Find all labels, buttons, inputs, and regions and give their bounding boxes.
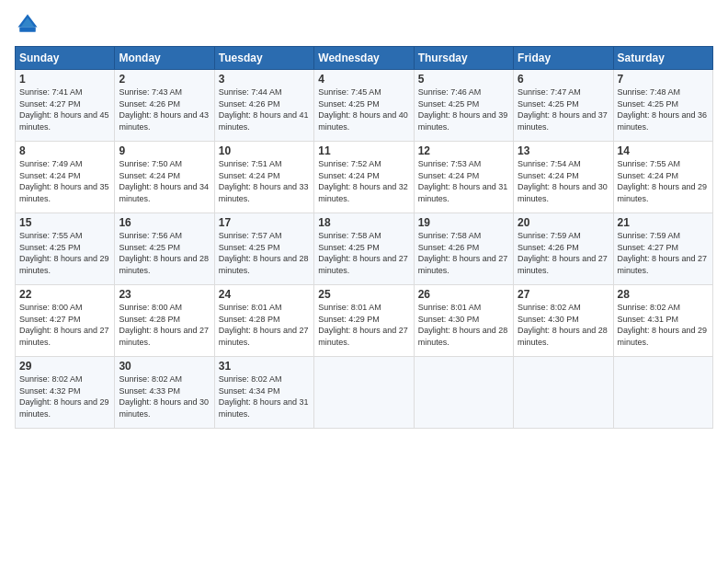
- sunrise-text: Sunrise: 7:49 AM: [19, 158, 110, 170]
- sunrise-text: Sunrise: 8:01 AM: [418, 302, 509, 314]
- calendar-cell: 21 Sunrise: 7:59 AM Sunset: 4:27 PM Dayl…: [613, 213, 712, 285]
- day-number: 6: [518, 73, 609, 86]
- calendar-cell: 13 Sunrise: 7:54 AM Sunset: 4:24 PM Dayl…: [514, 142, 613, 213]
- sunrise-text: Sunrise: 7:58 AM: [418, 230, 509, 242]
- sunset-text: Sunset: 4:31 PM: [618, 314, 709, 326]
- header-saturday: Saturday: [613, 47, 712, 70]
- daylight-text: Daylight: 8 hours and 40 minutes.: [318, 109, 409, 132]
- cell-info: Sunrise: 7:43 AM Sunset: 4:26 PM Dayligh…: [119, 86, 210, 132]
- cell-info: Sunrise: 8:02 AM Sunset: 4:32 PM Dayligh…: [19, 373, 110, 419]
- daylight-text: Daylight: 8 hours and 29 minutes.: [19, 253, 110, 276]
- sunset-text: Sunset: 4:25 PM: [418, 98, 509, 110]
- day-number: 29: [19, 360, 110, 373]
- day-number: 5: [418, 73, 509, 86]
- day-number: 18: [318, 216, 409, 229]
- cell-info: Sunrise: 7:54 AM Sunset: 4:24 PM Dayligh…: [518, 158, 609, 204]
- sunrise-text: Sunrise: 8:01 AM: [318, 302, 409, 314]
- cell-info: Sunrise: 8:00 AM Sunset: 4:28 PM Dayligh…: [119, 302, 210, 348]
- cell-info: Sunrise: 7:51 AM Sunset: 4:24 PM Dayligh…: [219, 158, 310, 204]
- cell-info: Sunrise: 8:02 AM Sunset: 4:33 PM Dayligh…: [119, 373, 210, 419]
- cell-info: Sunrise: 7:50 AM Sunset: 4:24 PM Dayligh…: [119, 158, 210, 204]
- sunrise-text: Sunrise: 7:44 AM: [219, 86, 310, 98]
- sunset-text: Sunset: 4:25 PM: [618, 98, 709, 110]
- sunset-text: Sunset: 4:34 PM: [219, 385, 310, 397]
- cell-info: Sunrise: 7:48 AM Sunset: 4:25 PM Dayligh…: [618, 86, 709, 132]
- calendar-cell: [314, 357, 414, 429]
- day-number: 2: [119, 73, 210, 86]
- cell-info: Sunrise: 7:59 AM Sunset: 4:27 PM Dayligh…: [618, 230, 709, 276]
- sunset-text: Sunset: 4:28 PM: [119, 314, 210, 326]
- sunrise-text: Sunrise: 7:52 AM: [318, 158, 409, 170]
- sunset-text: Sunset: 4:29 PM: [318, 314, 409, 326]
- calendar-cell: 5 Sunrise: 7:46 AM Sunset: 4:25 PM Dayli…: [414, 70, 513, 142]
- calendar-cell: [414, 357, 513, 429]
- daylight-text: Daylight: 8 hours and 29 minutes.: [618, 181, 709, 204]
- sunset-text: Sunset: 4:32 PM: [19, 385, 110, 397]
- calendar-cell: 24 Sunrise: 8:01 AM Sunset: 4:28 PM Dayl…: [214, 285, 313, 357]
- logo: [15, 11, 44, 37]
- sunrise-text: Sunrise: 7:54 AM: [518, 158, 609, 170]
- sunset-text: Sunset: 4:24 PM: [119, 170, 210, 182]
- cell-info: Sunrise: 7:44 AM Sunset: 4:26 PM Dayligh…: [219, 86, 310, 132]
- cell-info: Sunrise: 7:46 AM Sunset: 4:25 PM Dayligh…: [418, 86, 509, 132]
- week-row-4: 22 Sunrise: 8:00 AM Sunset: 4:27 PM Dayl…: [16, 285, 713, 357]
- sunset-text: Sunset: 4:24 PM: [318, 170, 409, 182]
- cell-info: Sunrise: 8:02 AM Sunset: 4:30 PM Dayligh…: [518, 302, 609, 348]
- cell-info: Sunrise: 8:01 AM Sunset: 4:30 PM Dayligh…: [418, 302, 509, 348]
- day-number: 3: [219, 73, 310, 86]
- daylight-text: Daylight: 8 hours and 27 minutes.: [418, 253, 509, 276]
- daylight-text: Daylight: 8 hours and 43 minutes.: [119, 109, 210, 132]
- cell-info: Sunrise: 7:47 AM Sunset: 4:25 PM Dayligh…: [518, 86, 609, 132]
- daylight-text: Daylight: 8 hours and 37 minutes.: [518, 109, 609, 132]
- daylight-text: Daylight: 8 hours and 32 minutes.: [318, 181, 409, 204]
- cell-info: Sunrise: 8:00 AM Sunset: 4:27 PM Dayligh…: [19, 302, 110, 348]
- sunset-text: Sunset: 4:25 PM: [318, 98, 409, 110]
- cell-info: Sunrise: 7:49 AM Sunset: 4:24 PM Dayligh…: [19, 158, 110, 204]
- calendar-cell: [613, 357, 712, 429]
- sunset-text: Sunset: 4:27 PM: [19, 98, 110, 110]
- daylight-text: Daylight: 8 hours and 27 minutes.: [318, 325, 409, 348]
- sunrise-text: Sunrise: 7:48 AM: [618, 86, 709, 98]
- calendar-cell: 23 Sunrise: 8:00 AM Sunset: 4:28 PM Dayl…: [115, 285, 214, 357]
- day-number: 4: [318, 73, 409, 86]
- header-monday: Monday: [115, 47, 214, 70]
- sunset-text: Sunset: 4:27 PM: [618, 242, 709, 254]
- calendar-cell: 19 Sunrise: 7:58 AM Sunset: 4:26 PM Dayl…: [414, 213, 513, 285]
- sunrise-text: Sunrise: 7:59 AM: [518, 230, 609, 242]
- day-number: 12: [418, 144, 509, 157]
- daylight-text: Daylight: 8 hours and 33 minutes.: [219, 181, 310, 204]
- sunset-text: Sunset: 4:26 PM: [219, 98, 310, 110]
- daylight-text: Daylight: 8 hours and 28 minutes.: [518, 325, 609, 348]
- cell-info: Sunrise: 7:59 AM Sunset: 4:26 PM Dayligh…: [518, 230, 609, 276]
- daylight-text: Daylight: 8 hours and 45 minutes.: [19, 109, 110, 132]
- cell-info: Sunrise: 8:01 AM Sunset: 4:28 PM Dayligh…: [219, 302, 310, 348]
- sunset-text: Sunset: 4:25 PM: [219, 242, 310, 254]
- calendar-cell: 11 Sunrise: 7:52 AM Sunset: 4:24 PM Dayl…: [314, 142, 414, 213]
- week-row-2: 8 Sunrise: 7:49 AM Sunset: 4:24 PM Dayli…: [16, 142, 713, 213]
- calendar-cell: 18 Sunrise: 7:58 AM Sunset: 4:25 PM Dayl…: [314, 213, 414, 285]
- sunrise-text: Sunrise: 7:41 AM: [19, 86, 110, 98]
- sunset-text: Sunset: 4:25 PM: [119, 242, 210, 254]
- calendar-table: SundayMondayTuesdayWednesdayThursdayFrid…: [15, 46, 713, 429]
- sunset-text: Sunset: 4:25 PM: [518, 98, 609, 110]
- sunrise-text: Sunrise: 7:59 AM: [618, 230, 709, 242]
- sunrise-text: Sunrise: 8:00 AM: [119, 302, 210, 314]
- sunset-text: Sunset: 4:26 PM: [518, 242, 609, 254]
- calendar-cell: 17 Sunrise: 7:57 AM Sunset: 4:25 PM Dayl…: [214, 213, 313, 285]
- day-number: 11: [318, 144, 409, 157]
- cell-info: Sunrise: 7:45 AM Sunset: 4:25 PM Dayligh…: [318, 86, 409, 132]
- sunrise-text: Sunrise: 7:56 AM: [119, 230, 210, 242]
- daylight-text: Daylight: 8 hours and 31 minutes.: [219, 396, 310, 419]
- cell-info: Sunrise: 7:57 AM Sunset: 4:25 PM Dayligh…: [219, 230, 310, 276]
- calendar-cell: 12 Sunrise: 7:53 AM Sunset: 4:24 PM Dayl…: [414, 142, 513, 213]
- day-number: 16: [119, 216, 210, 229]
- cell-info: Sunrise: 8:02 AM Sunset: 4:31 PM Dayligh…: [618, 302, 709, 348]
- sunset-text: Sunset: 4:24 PM: [418, 170, 509, 182]
- calendar-cell: 31 Sunrise: 8:02 AM Sunset: 4:34 PM Dayl…: [214, 357, 313, 429]
- day-number: 14: [618, 144, 709, 157]
- daylight-text: Daylight: 8 hours and 39 minutes.: [418, 109, 509, 132]
- sunset-text: Sunset: 4:26 PM: [119, 98, 210, 110]
- cell-info: Sunrise: 8:01 AM Sunset: 4:29 PM Dayligh…: [318, 302, 409, 348]
- daylight-text: Daylight: 8 hours and 27 minutes.: [518, 253, 609, 276]
- calendar-cell: 14 Sunrise: 7:55 AM Sunset: 4:24 PM Dayl…: [613, 142, 712, 213]
